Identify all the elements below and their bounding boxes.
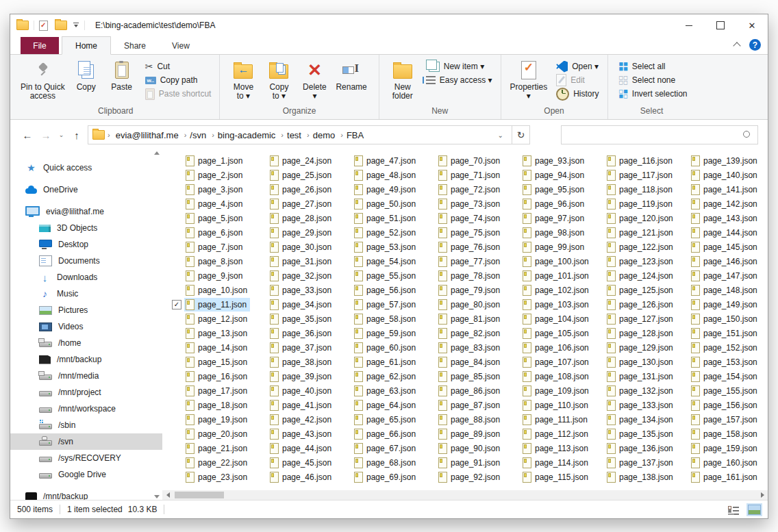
file-item[interactable]: ✓ page_12.json — [172, 312, 256, 326]
file-item[interactable]: ✓ page_78.json — [425, 269, 509, 283]
file-item[interactable]: ✓ page_143.json — [677, 212, 762, 225]
ribbon-button[interactable]: Paste — [104, 57, 140, 93]
file-item[interactable]: ✓ page_132.json — [593, 384, 677, 398]
ribbon-button[interactable]: Copy path — [142, 73, 214, 87]
file-item[interactable]: ✓ page_22.json — [172, 456, 256, 470]
file-item[interactable]: ✓ page_77.json — [425, 255, 509, 268]
file-item[interactable]: ✓ page_141.json — [677, 183, 762, 197]
file-item[interactable]: ✓ page_124.json — [593, 269, 677, 283]
file-item[interactable]: ✓ page_83.json — [425, 341, 509, 355]
ribbon-button[interactable]: New folder — [385, 57, 421, 102]
file-item[interactable]: ✓ page_147.json — [677, 269, 762, 283]
file-item[interactable]: ✓ page_88.json — [425, 413, 509, 427]
file-item[interactable]: ✓ page_62.json — [340, 370, 425, 383]
file-item[interactable]: ✓ page_140.json — [677, 168, 762, 182]
file-item[interactable]: ✓ page_81.json — [425, 312, 509, 326]
refresh-icon[interactable] — [512, 125, 530, 144]
file-item[interactable]: ✓ page_40.json — [256, 384, 340, 398]
file-item[interactable]: ✓ page_32.json — [256, 269, 340, 283]
file-item[interactable]: ✓ page_113.json — [509, 442, 593, 455]
file-item[interactable]: ✓ page_60.json — [340, 341, 425, 355]
search-input[interactable] — [567, 129, 743, 140]
file-item[interactable]: ✓ page_134.json — [593, 413, 677, 427]
ribbon-button[interactable]: Properties ▾ — [507, 57, 551, 102]
sidebar-item[interactable]: evia@lilithaf.me — [10, 203, 162, 220]
file-item[interactable]: ✓ page_151.json — [677, 327, 762, 340]
ribbon-tab[interactable]: View — [159, 37, 203, 54]
file-item[interactable]: ✓ page_82.json — [425, 327, 509, 340]
back-icon[interactable] — [20, 127, 35, 143]
ribbon-button[interactable]: Copy to ▾ — [261, 57, 297, 102]
scrollbar-track[interactable] — [173, 490, 757, 500]
file-item[interactable]: ✓ page_65.json — [340, 413, 425, 427]
file-item[interactable]: ✓ page_145.json — [677, 240, 762, 254]
qat-properties-icon[interactable] — [39, 21, 48, 31]
file-item[interactable]: ✓ page_128.json — [593, 327, 677, 340]
file-item[interactable]: ✓ page_29.json — [256, 226, 340, 240]
sidebar-item[interactable]: Videos — [10, 318, 162, 335]
file-item[interactable]: ✓ page_24.json — [256, 154, 340, 168]
sidebar-item[interactable]: OneDrive — [10, 181, 162, 198]
sidebar-item[interactable]: /mnt/workspace — [10, 401, 162, 417]
file-item[interactable]: ✓ page_54.json — [340, 255, 425, 268]
collapse-ribbon-icon[interactable] — [733, 42, 740, 49]
file-item[interactable]: ✓ page_161.json — [677, 470, 762, 484]
breadcrumb-segment[interactable]: evia@lilithaf.me — [113, 129, 181, 142]
tab-file[interactable]: File — [21, 37, 59, 54]
file-item[interactable]: ✓ page_108.json — [509, 370, 593, 383]
file-item[interactable]: ✓ page_5.json — [172, 212, 256, 225]
maximize-button[interactable] — [705, 14, 736, 36]
file-item[interactable]: ✓ page_119.json — [593, 197, 677, 211]
breadcrumb-segment[interactable]: FBA — [344, 129, 366, 142]
file-item[interactable]: ✓ page_4.json — [172, 197, 256, 211]
thumbnail-view-button[interactable] — [746, 503, 762, 516]
file-item[interactable]: ✓ page_53.json — [340, 240, 425, 254]
ribbon-button[interactable]: Move to ▾ — [225, 57, 261, 102]
sidebar-item[interactable]: 3D Objects — [10, 220, 162, 236]
breadcrumb-segment[interactable]: test — [284, 129, 304, 142]
file-item[interactable]: ✓ page_158.json — [677, 427, 762, 441]
file-item[interactable]: ✓ page_97.json — [509, 212, 593, 225]
file-item[interactable]: ✓ page_23.json — [172, 470, 256, 484]
file-item[interactable]: ✓ page_1.json — [172, 154, 256, 168]
file-item[interactable]: ✓ page_42.json — [256, 413, 340, 427]
sidebar-item[interactable]: Desktop — [10, 236, 162, 253]
sidebar-item[interactable]: Google Drive — [10, 466, 162, 483]
sidebar-item[interactable]: /mnt/media — [10, 368, 162, 384]
minimize-button[interactable] — [673, 14, 705, 36]
file-item[interactable]: ✓ page_156.json — [677, 398, 762, 412]
file-item[interactable]: ✓ page_146.json — [677, 255, 762, 268]
sidebar-item[interactable]: /svn — [10, 433, 162, 450]
file-item[interactable]: ✓ page_39.json — [256, 370, 340, 383]
sidebar-item[interactable]: Music — [10, 286, 162, 302]
breadcrumb-segment[interactable]: bing-academic — [215, 129, 279, 142]
file-item[interactable]: ✓ page_91.json — [425, 456, 509, 470]
file-item[interactable]: ✓ page_127.json — [593, 312, 677, 326]
file-item[interactable]: ✓ page_157.json — [677, 413, 762, 427]
ribbon-button[interactable]: History — [553, 87, 601, 101]
file-item[interactable]: ✓ page_79.json — [425, 283, 509, 297]
file-item[interactable]: ✓ page_139.json — [677, 154, 762, 168]
file-item[interactable]: ✓ page_68.json — [340, 456, 425, 470]
file-item[interactable]: ✓ page_99.json — [509, 240, 593, 254]
file-item[interactable]: ✓ page_43.json — [256, 427, 340, 441]
file-item[interactable]: ✓ page_67.json — [340, 442, 425, 455]
sidebar-item[interactable]: Pictures — [10, 302, 162, 318]
ribbon-button[interactable]: New item ▾ — [423, 60, 495, 73]
file-item[interactable]: ✓ page_21.json — [172, 442, 256, 455]
file-item[interactable]: ✓ page_51.json — [340, 212, 425, 225]
address-dropdown-icon[interactable] — [494, 131, 507, 139]
file-item[interactable]: ✓ page_87.json — [425, 398, 509, 412]
file-item[interactable]: ✓ page_61.json — [340, 355, 425, 369]
sidebar-item[interactable]: /home — [10, 335, 162, 351]
file-item[interactable]: ✓ page_2.json — [172, 168, 256, 182]
file-item[interactable]: ✓ page_125.json — [593, 283, 677, 297]
sidebar-item[interactable]: /mnt/project — [10, 384, 162, 401]
file-item[interactable]: ✓ page_136.json — [593, 442, 677, 455]
file-item[interactable]: ✓ page_56.json — [340, 283, 425, 297]
file-item[interactable]: ✓ page_93.json — [509, 154, 593, 168]
file-item[interactable]: ✓ page_105.json — [509, 327, 593, 340]
scroll-down-icon[interactable] — [154, 495, 160, 498]
checkbox-icon[interactable]: ✓ — [172, 300, 181, 309]
file-item[interactable]: ✓ page_135.json — [593, 427, 677, 441]
